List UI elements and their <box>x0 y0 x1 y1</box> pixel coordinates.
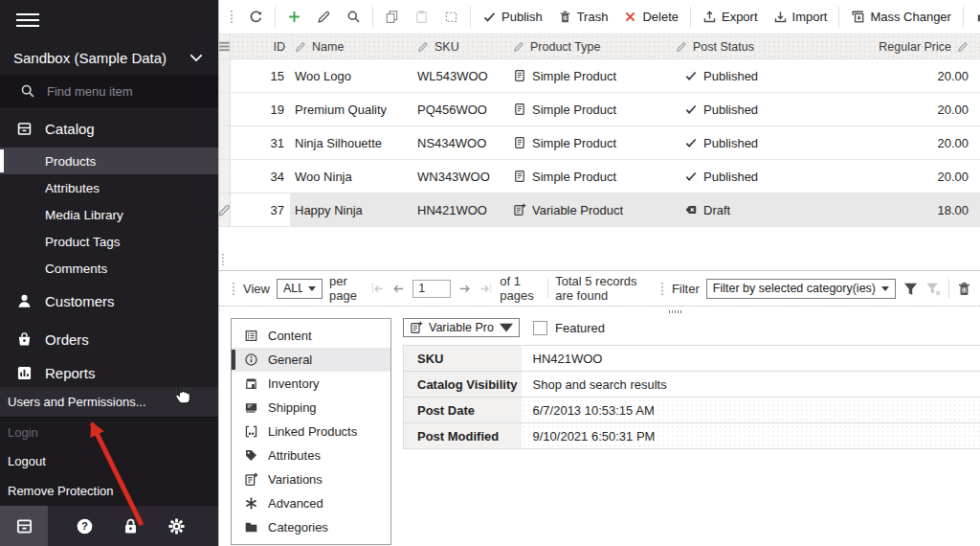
cell-product-type[interactable]: Simple Product <box>508 160 671 193</box>
column-header-sku[interactable]: SKU <box>412 34 508 58</box>
column-header-status[interactable]: Post Status <box>671 34 795 58</box>
cell-post-status[interactable]: Published <box>671 160 795 193</box>
tab-general[interactable]: General <box>232 348 390 372</box>
cell-product-type[interactable]: Variable Product <box>508 193 671 226</box>
sidebar-item-orders[interactable]: Orders <box>0 320 218 358</box>
tab-inventory[interactable]: Inventory <box>232 372 390 396</box>
property-value[interactable]: Shop and search results <box>522 372 980 398</box>
sidebar-item-users-and-permissions[interactable]: Users and Permissions... <box>0 387 218 417</box>
tab-attributes[interactable]: Attributes <box>232 444 390 467</box>
cell-regular-price[interactable]: 20.00 <box>795 59 980 92</box>
mass-changer-button[interactable]: Mass Changer <box>844 5 958 30</box>
trash-button[interactable]: Trash <box>551 5 615 30</box>
cell-post-status[interactable]: Draft <box>671 193 795 226</box>
sidebar-item-logout[interactable]: Logout <box>0 446 218 476</box>
sidebar-search[interactable] <box>0 75 218 107</box>
cell-post-status[interactable]: Published <box>671 93 795 125</box>
cell-name[interactable]: Woo Logo <box>290 59 412 92</box>
panel-grip-icon[interactable] <box>668 309 683 314</box>
delete-filter-button[interactable] <box>956 278 972 299</box>
property-value[interactable]: HN421WOO <box>522 346 980 372</box>
settings-button[interactable] <box>167 506 186 546</box>
sidebar-item-comments[interactable]: Comments <box>0 255 218 282</box>
splitter-grip-icon[interactable] <box>220 253 226 266</box>
add-button[interactable] <box>280 5 308 30</box>
first-page-button[interactable] <box>370 279 385 298</box>
table-row[interactable]: 34Woo NinjaWN343WOOSimple ProductPublish… <box>219 160 980 193</box>
grid-corner-cell[interactable] <box>219 34 231 58</box>
prev-page-button[interactable] <box>391 279 406 298</box>
cell-name[interactable]: Premium Quality <box>290 93 412 125</box>
sidebar-item-login[interactable]: Login <box>0 417 218 446</box>
column-header-price[interactable]: Regular Price <box>795 34 980 58</box>
addons-button[interactable]: Addons <box>969 5 980 30</box>
import-button[interactable]: Import <box>767 5 835 30</box>
column-header-type[interactable]: Product Type <box>508 34 671 58</box>
cell-id[interactable]: 31 <box>231 126 290 159</box>
filter-grip-icon[interactable] <box>659 282 665 296</box>
category-filter-select[interactable]: Filter by selected category(ies) <box>706 279 896 299</box>
cell-regular-price[interactable]: 18.00 <box>795 193 980 226</box>
column-header-name[interactable]: Name <box>290 34 412 58</box>
next-page-button[interactable] <box>457 279 472 298</box>
sidebar-item-media-library[interactable]: Media Library <box>0 201 218 228</box>
edit-button[interactable] <box>310 5 338 30</box>
cell-name[interactable]: Ninja Silhouette <box>290 126 412 159</box>
sidebar-item-attributes[interactable]: Attributes <box>0 174 218 201</box>
cell-regular-price[interactable]: 20.00 <box>795 93 980 125</box>
apply-filter-button[interactable] <box>902 278 919 299</box>
row-marker[interactable] <box>219 193 231 226</box>
clear-filter-button[interactable] <box>925 278 942 299</box>
cell-product-type[interactable]: Simple Product <box>508 93 671 125</box>
featured-toggle[interactable]: Featured <box>533 321 605 335</box>
pagination-grip-icon[interactable] <box>231 282 236 296</box>
cell-sku[interactable]: WN343WOO <box>412 160 508 193</box>
cell-id[interactable]: 19 <box>231 93 290 125</box>
cell-regular-price[interactable]: 20.00 <box>795 126 980 159</box>
row-marker[interactable] <box>219 160 231 193</box>
delete-button[interactable]: Delete <box>616 5 685 30</box>
sidebar-item-remove-protection[interactable]: Remove Protection <box>0 476 218 506</box>
sidebar-item-catalog[interactable]: Catalog <box>0 109 218 148</box>
page-number-input[interactable] <box>412 280 451 298</box>
last-page-button[interactable] <box>479 279 493 298</box>
cell-id[interactable]: 15 <box>231 59 290 92</box>
cell-name[interactable]: Happy Ninja <box>290 193 412 226</box>
toolbar-grip-icon[interactable] <box>229 10 234 24</box>
cell-id[interactable]: 34 <box>231 160 290 193</box>
tab-categories[interactable]: Categories <box>232 515 390 539</box>
help-button[interactable]: ? <box>75 506 94 546</box>
refresh-button[interactable] <box>242 5 270 30</box>
tab-advanced[interactable]: Advanced <box>232 491 390 515</box>
cell-regular-price[interactable]: 20.00 <box>795 160 980 193</box>
table-row[interactable]: 19Premium QualityPQ456WOOSimple ProductP… <box>219 93 980 126</box>
menu-toggle-button[interactable] <box>16 10 39 31</box>
sidebar-item-product-tags[interactable]: Product Tags <box>0 228 218 255</box>
table-row[interactable]: 31Ninja SilhouetteNS434WOOSimple Product… <box>219 126 980 160</box>
featured-checkbox[interactable] <box>533 321 547 335</box>
sidebar-item-customers[interactable]: Customers <box>0 282 218 320</box>
search-input[interactable] <box>47 84 181 99</box>
cell-product-type[interactable]: Simple Product <box>508 126 671 159</box>
row-marker[interactable] <box>219 59 231 92</box>
cell-sku[interactable]: PQ456WOO <box>412 93 508 125</box>
tab-variations[interactable]: Variations <box>232 467 390 491</box>
property-value[interactable]: 6/7/2013 10:53:15 AM <box>522 398 980 423</box>
table-row[interactable]: 15Woo LogoWL543WOOSimple ProductPublishe… <box>219 59 980 93</box>
cell-sku[interactable]: NS434WOO <box>412 126 508 159</box>
select-special-button[interactable] <box>437 5 465 30</box>
tab-shipping[interactable]: Shipping <box>232 396 390 420</box>
publish-button[interactable]: Publish <box>476 5 549 30</box>
table-row[interactable]: 37Happy NinjaHN421WOOVariable ProductDra… <box>219 193 980 227</box>
cell-product-type[interactable]: Simple Product <box>508 59 671 92</box>
sidebar-item-products[interactable]: Products <box>0 148 218 174</box>
cell-post-status[interactable]: Published <box>671 126 795 159</box>
cell-name[interactable]: Woo Ninja <box>290 160 412 193</box>
store-selector[interactable]: Sandbox (Sample Data) <box>0 40 218 75</box>
column-header-id[interactable]: ID <box>231 34 290 58</box>
row-marker[interactable] <box>219 126 231 159</box>
store-manager-button[interactable] <box>0 506 48 546</box>
paste-button[interactable] <box>408 5 435 30</box>
cell-id[interactable]: 37 <box>231 193 290 226</box>
copy-button[interactable] <box>378 5 406 30</box>
